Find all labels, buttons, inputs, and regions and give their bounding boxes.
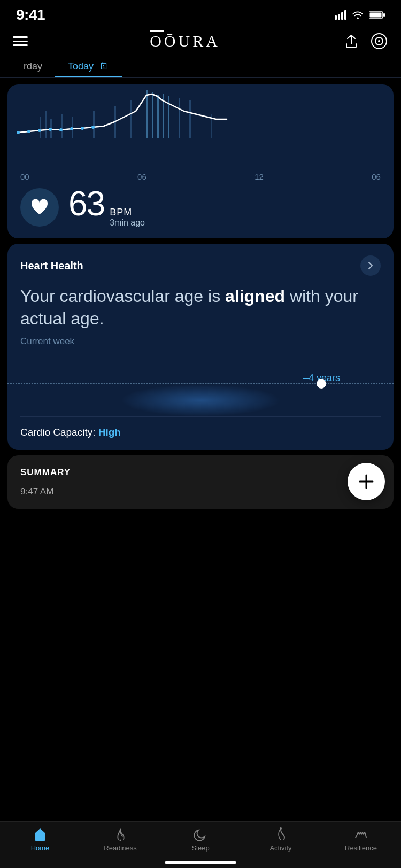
- cardio-value: High: [98, 427, 121, 438]
- tab-navigation: rday Today 🗓: [0, 56, 401, 78]
- svg-rect-20: [152, 92, 153, 138]
- calendar-icon: 🗓: [99, 61, 109, 72]
- status-icons: [335, 10, 385, 20]
- hr-info: 63 BPM 3min ago: [7, 181, 394, 228]
- cardio-capacity-row: Cardio Capacity: High: [20, 416, 381, 450]
- chart-label-12: 12: [255, 172, 264, 181]
- profile-icon[interactable]: [370, 32, 388, 50]
- summary-section: SUMMARY 9:47 AM: [0, 455, 401, 509]
- wifi-icon: [352, 11, 364, 19]
- svg-point-39: [280, 827, 282, 830]
- app-logo: OŌURA: [150, 32, 220, 50]
- heart-health-subtitle: Current week: [20, 336, 381, 347]
- svg-point-34: [91, 126, 95, 129]
- svg-rect-14: [61, 114, 63, 138]
- chart-label-00: 00: [20, 172, 29, 181]
- hr-time-ago: 3min ago: [110, 218, 145, 228]
- hr-heart-circle: [20, 188, 59, 227]
- chart-label-06a: 06: [137, 172, 146, 181]
- svg-rect-37: [37, 836, 43, 840]
- header-actions: [342, 32, 388, 50]
- svg-point-31: [59, 128, 63, 131]
- svg-rect-0: [335, 15, 337, 20]
- nav-item-resilience[interactable]: Resilience: [334, 827, 388, 852]
- heart-health-text: Your cardiovascular age is aligned with …: [20, 285, 381, 330]
- svg-rect-3: [344, 10, 346, 20]
- summary-card: SUMMARY 9:47 AM: [7, 455, 394, 509]
- svg-point-30: [49, 128, 52, 131]
- svg-rect-19: [146, 90, 148, 138]
- svg-rect-11: [40, 117, 41, 138]
- nav-label-sleep: Sleep: [191, 844, 209, 852]
- svg-rect-16: [93, 111, 95, 138]
- menu-button[interactable]: [13, 36, 28, 46]
- svg-rect-15: [72, 117, 73, 138]
- svg-point-38: [120, 840, 121, 841]
- nav-label-activity: Activity: [269, 844, 291, 852]
- heart-health-title: Heart Health: [20, 260, 83, 272]
- age-dot: [317, 379, 326, 389]
- hr-bpm-unit: BPM: [110, 207, 145, 218]
- share-icon[interactable]: [342, 32, 360, 50]
- svg-point-28: [27, 130, 30, 133]
- nav-item-readiness[interactable]: Readiness: [94, 827, 147, 852]
- tab-today[interactable]: Today 🗓: [55, 56, 122, 78]
- chart-label-06b: 06: [372, 172, 381, 181]
- svg-rect-2: [341, 12, 343, 20]
- svg-point-10: [378, 40, 380, 42]
- summary-title: SUMMARY: [20, 467, 71, 478]
- svg-point-29: [38, 129, 41, 132]
- hr-bpm-value: 63: [68, 187, 104, 221]
- age-indicator: –4 years: [7, 368, 394, 416]
- battery-icon: [369, 11, 385, 19]
- svg-rect-21: [157, 95, 159, 138]
- summary-time: 9:47 AM: [20, 486, 381, 497]
- svg-rect-12: [45, 111, 47, 138]
- svg-rect-18: [130, 100, 132, 138]
- svg-rect-5: [370, 13, 382, 18]
- card-header: Heart Health: [20, 255, 381, 276]
- glow-overlay: [120, 384, 281, 416]
- svg-rect-24: [179, 98, 180, 138]
- status-bar: 9:41: [0, 0, 401, 27]
- hr-value-group: 63 BPM 3min ago: [68, 187, 145, 228]
- heart-health-card: Heart Health Your cardiovascular age is …: [7, 244, 394, 450]
- nav-label-readiness: Readiness: [104, 844, 136, 852]
- svg-point-27: [17, 131, 20, 134]
- svg-point-32: [70, 127, 73, 130]
- tab-yesterday[interactable]: rday: [11, 56, 55, 78]
- nav-item-activity[interactable]: Activity: [254, 827, 307, 852]
- heart-rate-card: 00 06 12 06 63 BPM 3min ago: [7, 84, 394, 238]
- hr-meta: BPM 3min ago: [110, 207, 145, 228]
- status-time: 9:41: [16, 6, 45, 24]
- nav-label-resilience: Resilience: [345, 844, 377, 852]
- header: OŌURA: [0, 27, 401, 56]
- nav-item-home[interactable]: Home: [13, 827, 67, 852]
- heart-health-nav-button[interactable]: [360, 255, 381, 276]
- cardio-label: Cardio Capacity: High: [20, 427, 121, 438]
- svg-rect-6: [383, 13, 385, 17]
- svg-rect-1: [338, 14, 340, 20]
- svg-rect-25: [189, 100, 191, 138]
- nav-label-home: Home: [31, 844, 50, 852]
- fab-button[interactable]: [348, 463, 385, 500]
- hr-chart: [7, 84, 394, 170]
- svg-point-33: [81, 127, 84, 130]
- svg-rect-23: [168, 96, 169, 138]
- chart-x-labels: 00 06 12 06: [7, 170, 394, 181]
- nav-item-sleep[interactable]: Sleep: [174, 827, 227, 852]
- signal-icon: [335, 10, 346, 20]
- home-indicator: [165, 861, 236, 864]
